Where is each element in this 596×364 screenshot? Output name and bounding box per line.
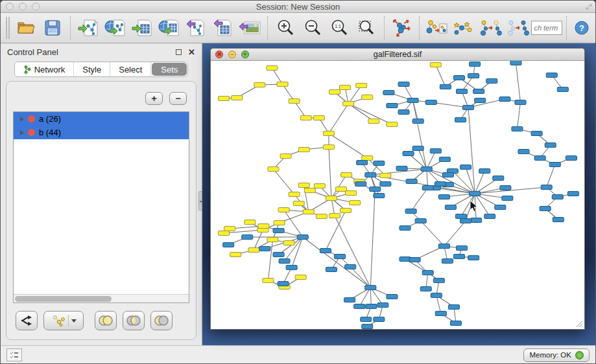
graph-node (289, 192, 300, 197)
graph-node (422, 271, 433, 275)
graph-node (295, 275, 306, 280)
export-network-button[interactable] (182, 14, 209, 41)
graph-node (313, 116, 324, 120)
graph-node (279, 259, 290, 264)
show-all-button[interactable] (505, 14, 532, 41)
zoom-selected-button[interactable] (353, 14, 380, 41)
export-table-button[interactable] (209, 14, 237, 41)
intersection-button[interactable] (123, 311, 145, 330)
graph-node (430, 149, 441, 154)
main-toolbar: 1:1 (1, 13, 595, 43)
zoom-actual-size-icon: 1:1 (330, 19, 348, 37)
graph-node (534, 156, 545, 161)
graph-node (289, 99, 300, 104)
open-session-button[interactable] (12, 14, 40, 41)
tab-sets[interactable]: Sets (152, 63, 187, 76)
graph-node (567, 192, 578, 196)
graph-node (343, 102, 354, 106)
graph-node (362, 95, 373, 100)
graph-node (439, 157, 450, 162)
set-row-a[interactable]: a (26) (14, 112, 189, 126)
graph-node (438, 244, 449, 249)
remove-set-button[interactable]: − (169, 92, 187, 105)
graph-node (425, 100, 436, 105)
graph-node (545, 143, 556, 148)
graph-node (258, 224, 269, 229)
toolbar-separator (384, 16, 385, 40)
graph-node (370, 187, 381, 192)
graph-node (278, 208, 289, 212)
graph-node (298, 148, 309, 152)
network-window-titlebar[interactable]: ✕ − + galFiltered.sif (211, 49, 584, 61)
graph-node (297, 235, 308, 240)
network-canvas[interactable] (211, 61, 584, 329)
memory-status-dot (575, 351, 584, 359)
apply-layout-button[interactable] (388, 14, 416, 41)
memory-status-button[interactable]: Memory: OK (523, 348, 590, 362)
tab-network[interactable]: Network (15, 62, 75, 76)
import-table-url-button[interactable] (156, 14, 183, 41)
import-table-url-icon (158, 18, 180, 38)
disclosure-triangle-icon[interactable] (20, 117, 24, 122)
sets-horizontal-scrollbar[interactable] (14, 294, 189, 302)
graph-node (398, 82, 409, 87)
graph-node (453, 76, 464, 80)
scrollbar-thumb[interactable] (15, 296, 112, 302)
split-set-button[interactable] (16, 311, 38, 330)
graph-node (431, 293, 442, 298)
graph-node (365, 286, 376, 290)
fullscreen-icon[interactable]: ⤢ (586, 3, 591, 11)
open-session-icon (16, 19, 36, 36)
tab-select[interactable]: Select (110, 62, 151, 76)
graph-node (254, 83, 265, 87)
set-color-dot (28, 129, 35, 136)
dropdown-caret-icon[interactable] (71, 319, 77, 323)
graph-node (345, 265, 356, 269)
graph-node (374, 161, 385, 166)
network-view-window[interactable]: ✕ − + galFiltered.sif (210, 48, 585, 330)
tab-style[interactable]: Style (74, 62, 110, 76)
search-input[interactable] (531, 21, 562, 35)
difference-button[interactable] (150, 311, 173, 330)
float-panel-icon[interactable] (176, 49, 182, 55)
hide-selected-button[interactable] (477, 14, 505, 41)
union-button[interactable] (95, 311, 117, 330)
add-set-button[interactable]: + (145, 92, 163, 105)
first-neighbors-button[interactable] (451, 14, 478, 41)
graph-node (329, 214, 340, 218)
graph-node (435, 312, 446, 316)
network-window-title: galFiltered.sif (211, 50, 584, 59)
graph-node (468, 256, 479, 260)
save-session-button[interactable] (40, 14, 67, 41)
graph-node (403, 152, 414, 156)
graph-node (273, 229, 284, 233)
disclosure-triangle-icon[interactable] (20, 130, 24, 135)
close-panel-icon[interactable]: ✕ (188, 49, 195, 55)
main-area: Control Panel ✕ Network (1, 43, 595, 345)
zoom-in-button[interactable] (272, 14, 299, 41)
new-network-from-selection-button[interactable] (423, 14, 451, 41)
toolbar-separator (267, 16, 268, 40)
import-network-url-button[interactable] (102, 14, 129, 41)
task-history-button[interactable] (6, 348, 22, 361)
graph-node (470, 192, 481, 196)
import-table-file-button[interactable] (128, 14, 156, 41)
control-panel-header: Control Panel ✕ (1, 43, 202, 60)
graph-node (323, 131, 334, 136)
zoom-out-button[interactable] (299, 14, 326, 41)
export-image-button[interactable] (237, 14, 264, 41)
zoom-actual-size-button[interactable]: 1:1 (326, 14, 353, 41)
import-network-url-icon (104, 18, 126, 38)
import-network-file-button[interactable] (75, 14, 102, 41)
network-desktop: ✕ − + galFiltered.sif (202, 43, 595, 345)
graph-node (340, 209, 352, 213)
help-button[interactable]: ? (571, 14, 593, 41)
graph-node (421, 167, 432, 172)
graph-node (512, 127, 523, 131)
graph-node (499, 97, 510, 102)
set-row-b[interactable]: b (44) (14, 126, 189, 139)
graph-node (361, 317, 372, 322)
control-panel: Control Panel ✕ Network (1, 43, 202, 345)
create-set-button[interactable] (43, 311, 84, 330)
graph-node (495, 205, 506, 210)
